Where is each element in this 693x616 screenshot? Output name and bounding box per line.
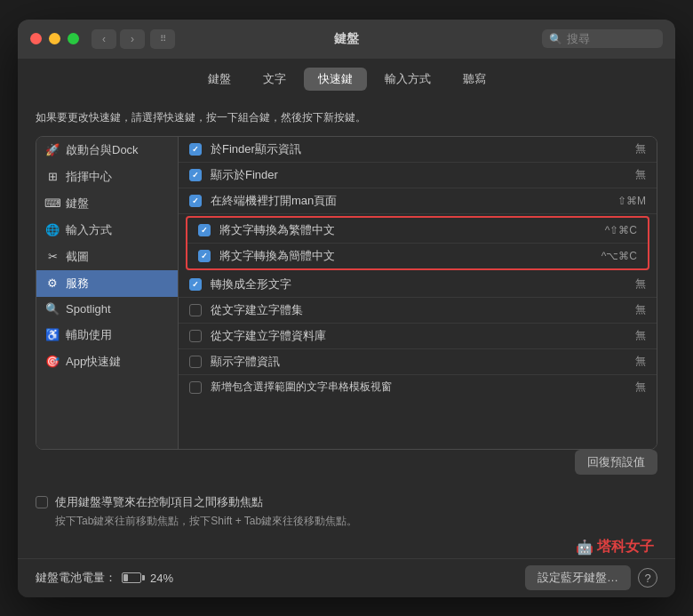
keyboard-nav-section: 使用鍵盤導覽來在控制項目之間移動焦點 按下Tab鍵來往前移動焦點，按下Shift… — [18, 494, 675, 536]
row-label-b4: 顯示字體資訊 — [211, 354, 635, 370]
search-input[interactable] — [567, 32, 656, 45]
checkbox-b2[interactable] — [189, 304, 202, 316]
footer-bar: 鍵盤電池電量： 24% 設定藍牙鍵盤… ? — [18, 558, 675, 597]
bluetooth-button[interactable]: 設定藍牙鍵盤… — [525, 565, 631, 590]
sidebar-label-screenshot: 截圖 — [66, 249, 89, 265]
sidebar-label-keyboard: 鍵盤 — [66, 196, 89, 212]
row-label-r3: 在終端機裡打開man頁面 — [211, 193, 617, 209]
screenshot-icon: ✂ — [45, 250, 60, 264]
tab-text[interactable]: 文字 — [249, 68, 300, 91]
battery-tip — [142, 575, 145, 580]
kb-nav-hint: 按下Tab鍵來往前移動焦點，按下Shift + Tab鍵來往後移動焦點。 — [36, 514, 657, 529]
content-area: 如果要更改快速鍵，請選擇快速鍵，按一下組合鍵，然後按下新按鍵。 🚀啟動台與Doc… — [18, 98, 675, 494]
sidebar-item-appshortcuts[interactable]: 🎯App快速鍵 — [36, 348, 178, 375]
keyboard-icon: ⌨ — [45, 196, 60, 211]
grid-button[interactable]: ⠿ — [150, 29, 175, 49]
checkbox-b4[interactable] — [189, 356, 202, 368]
restore-button[interactable]: 回復預設值 — [575, 450, 657, 475]
row-label-b2: 從文字建立字體集 — [211, 302, 635, 318]
close-button[interactable] — [30, 33, 42, 44]
titlebar: ‹ › ⠿ 鍵盤 🔍 — [18, 20, 675, 59]
kb-nav-checkbox[interactable] — [36, 496, 48, 508]
row-shortcut-r3: ⇧⌘M — [617, 195, 646, 207]
footer-right: 設定藍牙鍵盤… ? — [525, 565, 657, 590]
row-shortcut-b3: 無 — [635, 328, 646, 343]
table-row: 從文字建立字體資料庫 無 — [179, 324, 657, 349]
checkbox-b3[interactable] — [189, 330, 202, 342]
main-window: ‹ › ⠿ 鍵盤 🔍 鍵盤文字快速鍵輸入方式聽寫 如果要更改快速鍵，請選擇快速鍵… — [18, 20, 675, 597]
watermark-text: 塔科女子 — [597, 538, 654, 556]
checkbox-r2[interactable] — [189, 169, 202, 181]
tab-dictation[interactable]: 聽寫 — [449, 68, 500, 91]
row-shortcut-b2: 無 — [635, 302, 646, 317]
row-label-b5: 新增包含選擇範圍的文字串格模板視窗 — [211, 380, 635, 395]
sidebar-item-spotlight[interactable]: 🔍Spotlight — [36, 297, 178, 322]
tab-shortcuts[interactable]: 快速鍵 — [304, 68, 367, 91]
appshortcuts-icon: 🎯 — [45, 355, 60, 369]
checkbox-r3[interactable] — [189, 195, 202, 207]
main-panel: 🚀啟動台與Dock⊞指揮中心⌨鍵盤🌐輸入方式✂截圖⚙服務🔍Spotlight♿輔… — [36, 136, 657, 450]
search-box[interactable]: 🔍 — [542, 29, 663, 48]
checkbox-h2[interactable] — [198, 250, 211, 262]
spotlight-icon: 🔍 — [45, 302, 60, 316]
instruction-text: 如果要更改快速鍵，請選擇快速鍵，按一下組合鍵，然後按下新按鍵。 — [36, 110, 657, 125]
table-row: 新增包含選擇範圍的文字串格模板視窗 無 — [179, 375, 657, 400]
help-button[interactable]: ? — [638, 568, 657, 588]
battery-icon — [122, 572, 145, 583]
maximize-button[interactable] — [68, 33, 79, 44]
sidebar-item-mission[interactable]: ⊞指揮中心 — [36, 164, 178, 190]
watermark-row: 🤖 塔科女子 — [18, 536, 675, 558]
table-row: 轉換成全形文字 無 — [179, 272, 657, 298]
table-row: 顯示字體資訊 無 — [179, 349, 657, 375]
sidebar-label-services: 服務 — [66, 276, 89, 292]
sidebar-label-appshortcuts: App快速鍵 — [66, 354, 121, 370]
sidebar-label-accessibility: 輔助使用 — [66, 327, 112, 343]
tab-keyboard[interactable]: 鍵盤 — [194, 68, 245, 91]
tabs-row: 鍵盤文字快速鍵輸入方式聽寫 — [18, 59, 675, 98]
battery-percent: 24% — [150, 572, 173, 585]
table-row: 將文字轉換為簡體中文 ^⌥⌘C — [187, 243, 648, 268]
row-shortcut-r1: 無 — [635, 141, 646, 156]
sidebar-item-screenshot[interactable]: ✂截圖 — [36, 244, 178, 270]
watermark: 🤖 塔科女子 — [576, 538, 654, 556]
launchpad-icon: 🚀 — [45, 143, 60, 157]
sidebar-label-input: 輸入方式 — [66, 222, 112, 238]
table-row: 顯示於Finder 無 — [179, 163, 657, 188]
watermark-emoji: 🤖 — [576, 539, 593, 556]
sidebar-item-keyboard[interactable]: ⌨鍵盤 — [36, 190, 178, 217]
tab-input[interactable]: 輸入方式 — [370, 68, 445, 91]
row-shortcut-b1: 無 — [635, 276, 646, 292]
checkbox-b1[interactable] — [189, 278, 202, 291]
sidebar-label-launchpad: 啟動台與Dock — [66, 142, 139, 158]
checkbox-h1[interactable] — [198, 224, 211, 236]
keyboard-nav-row: 使用鍵盤導覽來在控制項目之間移動焦點 — [36, 494, 657, 510]
sidebar-item-input[interactable]: 🌐輸入方式 — [36, 217, 178, 244]
services-icon: ⚙ — [45, 276, 60, 291]
minimize-button[interactable] — [49, 33, 60, 44]
search-icon: 🔍 — [549, 33, 562, 45]
sidebar-item-launchpad[interactable]: 🚀啟動台與Dock — [36, 137, 178, 164]
row-shortcut-h2: ^⌥⌘C — [601, 250, 637, 262]
restore-btn-row: 回復預設值 — [36, 450, 657, 475]
sidebar: 🚀啟動台與Dock⊞指揮中心⌨鍵盤🌐輸入方式✂截圖⚙服務🔍Spotlight♿輔… — [36, 137, 179, 449]
checkbox-r1[interactable] — [189, 143, 202, 156]
battery-body — [122, 572, 141, 583]
sidebar-item-services[interactable]: ⚙服務 — [36, 270, 178, 297]
kb-nav-label: 使用鍵盤導覽來在控制項目之間移動焦點 — [55, 494, 263, 510]
forward-button[interactable]: › — [120, 29, 145, 49]
battery-fill — [123, 574, 128, 581]
sidebar-item-accessibility[interactable]: ♿輔助使用 — [36, 322, 178, 348]
back-button[interactable]: ‹ — [92, 29, 116, 49]
table-row: 將文字轉換為繁體中文 ^⇧⌘C — [187, 218, 648, 243]
table-row: 於Finder顯示資訊 無 — [179, 137, 657, 163]
nav-buttons: ‹ › — [92, 29, 145, 49]
sidebar-label-spotlight: Spotlight — [66, 302, 111, 316]
input-icon: 🌐 — [45, 223, 60, 237]
row-shortcut-b4: 無 — [635, 354, 646, 369]
battery-info: 鍵盤電池電量： 24% — [36, 570, 173, 586]
checkbox-b5[interactable] — [189, 381, 202, 394]
row-label-r2: 顯示於Finder — [211, 167, 635, 183]
highlight-group: 將文字轉換為繁體中文 ^⇧⌘C 將文字轉換為簡體中文 ^⌥⌘C — [186, 216, 649, 270]
row-label-h1: 將文字轉換為繁體中文 — [219, 222, 605, 238]
sidebar-label-mission: 指揮中心 — [66, 169, 112, 185]
